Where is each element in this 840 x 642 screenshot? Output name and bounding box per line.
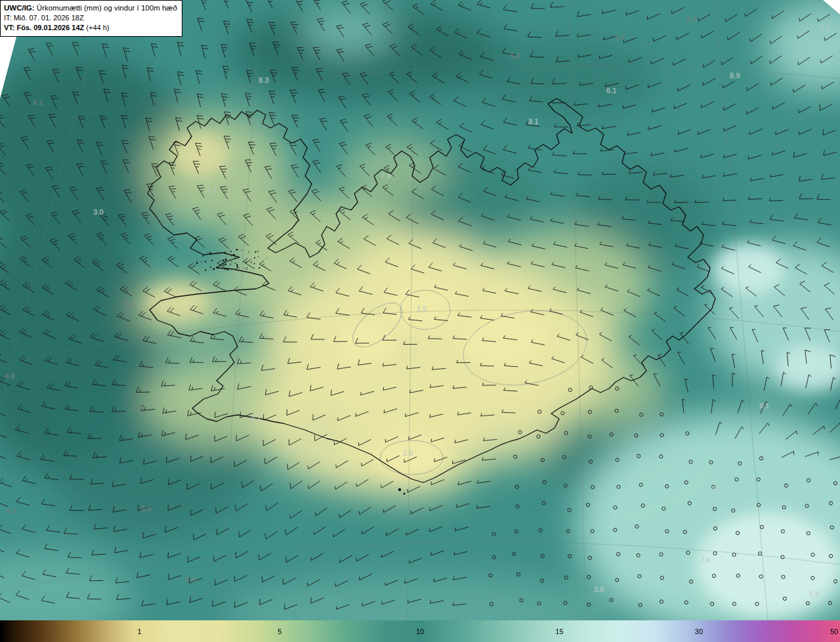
forecast-valid-time: VT: Fös. 09.01.2026 14Z (+44 h) — [4, 23, 177, 33]
colorbar: 1510153050 — [0, 620, 840, 642]
colorbar-tick-label: 5 — [278, 628, 282, 635]
vestmannaeyjar-island-2 — [404, 493, 406, 495]
forecast-init-time: IT: Mið. 07. 01. 2026 18Z — [4, 13, 177, 23]
weather-forecast-map: 5.25.27.75.28.38.96.14.28.17.97.73.06.01… — [0, 0, 840, 642]
forecast-product-title: UWC/IG: Úrkomumætti (mm) og vindur í 100… — [4, 3, 177, 13]
colorbar-tick-label: 1 — [137, 628, 141, 635]
colorbar-tick-label: 50 — [830, 628, 838, 635]
colorbar-tick-label: 30 — [695, 628, 703, 635]
map-area: 5.25.27.75.28.38.96.14.28.17.97.73.06.01… — [0, 0, 840, 620]
colorbar-tick-label: 10 — [416, 628, 424, 635]
colorbar-tick-label: 15 — [555, 628, 563, 635]
precipitation-wind-map — [0, 0, 840, 620]
vestmannaeyjar-island — [398, 488, 401, 491]
forecast-title-box: UWC/IG: Úrkomumætti (mm) og vindur í 100… — [0, 0, 182, 37]
